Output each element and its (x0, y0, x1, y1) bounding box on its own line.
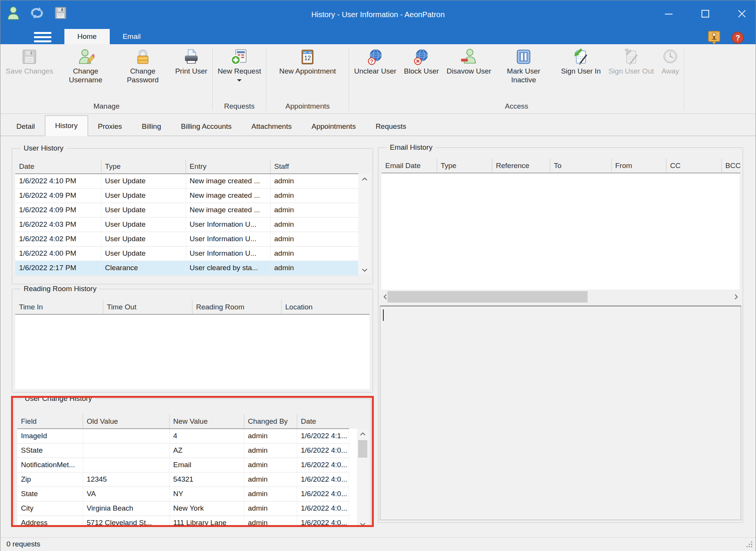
tab-billing[interactable]: Billing (132, 117, 171, 136)
mark-user-inactive-button[interactable]: Mark User Inactive (495, 47, 552, 84)
table-row[interactable]: 1/6/2022 4:03 PMUser UpdateUser Informat… (15, 217, 358, 232)
table-row[interactable]: 1/6/2022 4:09 PMUser UpdateNew image cre… (15, 188, 358, 203)
table-row[interactable]: Address5712 Cleveland St...111 Library L… (17, 516, 349, 527)
column-header[interactable]: Time Out (103, 300, 192, 314)
column-header[interactable]: BCC (721, 159, 740, 173)
table-row[interactable]: CityVirginia BeachNew Yorkadmin1/6/2022 … (17, 501, 349, 516)
table-cell (83, 443, 169, 458)
reading-room-history-table: Time In Time Out Reading Room Location (15, 300, 370, 315)
table-row[interactable]: StateVANYadmin1/6/2022 4:0... (17, 487, 349, 501)
new-request-button[interactable]: New Request (214, 47, 265, 83)
tab-history[interactable]: History (45, 115, 88, 136)
svg-text:?: ? (735, 34, 740, 42)
table-cell: City (17, 501, 83, 516)
table-cell: 111 Library Lane (169, 516, 244, 527)
table-row[interactable]: NotificationMet...Emailadmin1/6/2022 4:0… (17, 458, 349, 472)
disavow-user-button[interactable]: Disavow User (443, 47, 495, 75)
table-cell: New image created ... (186, 188, 270, 203)
column-header[interactable]: Email Date (381, 159, 437, 173)
table-cell: admin (270, 217, 358, 232)
ribbon-button-label: Disavow User (447, 67, 491, 75)
table-row[interactable]: ImageId4admin1/6/2022 4:1... (17, 429, 349, 443)
table-row[interactable]: SStateAZadmin1/6/2022 4:0... (17, 443, 349, 458)
ribbon-tab-email[interactable]: Email (110, 29, 154, 44)
vertical-scrollbar[interactable] (359, 174, 370, 275)
scroll-down-icon[interactable] (357, 519, 368, 527)
change-username-button[interactable]: Change Username (57, 47, 114, 84)
hamburger-menu-button[interactable] (30, 31, 55, 43)
scroll-up-icon[interactable] (359, 174, 370, 184)
column-header[interactable]: Location (281, 300, 370, 314)
table-body-background (381, 173, 740, 290)
column-header[interactable]: Time In (15, 300, 103, 314)
ribbon-button-label: Change Username (61, 67, 111, 84)
table-cell: 1/6/2022 2:17 PM (15, 261, 101, 275)
new-appointment-button[interactable]: 12 New Appointment (275, 47, 340, 75)
sign-user-in-button[interactable]: Sign User In (557, 47, 605, 75)
column-header[interactable]: Date (15, 159, 101, 174)
tab-requests[interactable]: Requests (366, 117, 416, 136)
table-cell: User Update (101, 174, 186, 188)
tab-appointments[interactable]: Appointments (301, 117, 365, 136)
table-cell: admin (244, 516, 297, 527)
column-header[interactable]: Reference (492, 159, 550, 173)
column-header[interactable]: Staff (270, 159, 358, 174)
scrollbar-thumb[interactable] (358, 440, 367, 458)
tab-attachments[interactable]: Attachments (242, 117, 302, 136)
table-row[interactable]: 1/6/2022 4:09 PMUser UpdateNew image cre… (15, 203, 358, 217)
block-user-button[interactable]: Block User (400, 47, 443, 75)
table-row[interactable]: 1/6/2022 2:17 PMClearanceUser cleared by… (15, 261, 358, 275)
ribbon-button-label: New Request (218, 67, 261, 75)
scroll-right-icon[interactable] (730, 290, 741, 303)
column-header[interactable]: Type (437, 159, 492, 173)
scroll-up-icon[interactable] (357, 429, 368, 439)
maximize-button[interactable] (697, 7, 714, 22)
close-button[interactable] (734, 7, 750, 22)
column-header[interactable]: Field (17, 414, 83, 429)
resize-grip-icon[interactable] (745, 540, 753, 550)
print-user-button[interactable]: Print User (171, 47, 211, 75)
scrollbar-thumb[interactable] (388, 291, 588, 303)
table-row[interactable]: 1/6/2022 4:10 PMUser UpdateNew image cre… (15, 174, 358, 188)
table-cell: 1/6/2022 4:0... (297, 516, 349, 527)
vertical-scrollbar[interactable] (357, 429, 368, 527)
table-row[interactable]: Zip1234554321admin1/6/2022 4:0... (17, 472, 349, 487)
page-tab-bar: Detail History Proxies Billing Billing A… (0, 114, 756, 136)
minimize-button[interactable] (660, 7, 677, 22)
ribbon-tab-home[interactable]: Home (64, 29, 110, 44)
ribbon-tab-label: Home (77, 32, 97, 41)
table-row[interactable]: 1/6/2022 4:00 PMUser UpdateUser Informat… (15, 246, 358, 261)
column-header[interactable]: Date (297, 414, 349, 429)
column-header[interactable]: New Value (169, 414, 244, 429)
column-header[interactable]: To (550, 159, 611, 173)
column-header[interactable]: CC (666, 159, 721, 173)
ribbon-button-label: Save Changes (6, 67, 53, 75)
change-password-button[interactable]: Change Password (114, 47, 171, 84)
column-header[interactable]: Old Value (83, 414, 169, 429)
column-header[interactable]: Type (101, 159, 186, 174)
groupbox-legend: User History (21, 144, 67, 152)
tab-label: Billing Accounts (181, 122, 232, 131)
table-cell: Address (17, 516, 83, 527)
unclear-user-button[interactable]: ? Unclear User (350, 47, 400, 75)
table-row[interactable]: 1/6/2022 4:02 PMUser UpdateUser Informat… (15, 232, 358, 246)
tab-detail[interactable]: Detail (6, 117, 45, 136)
column-header[interactable]: Entry (186, 159, 270, 174)
column-header[interactable]: Changed By (244, 414, 297, 429)
email-preview-textarea[interactable] (380, 306, 741, 520)
column-header[interactable]: Reading Room (192, 300, 281, 314)
tab-proxies[interactable]: Proxies (88, 117, 132, 136)
ribbon-button-label: Block User (404, 67, 439, 75)
table-cell: 1/6/2022 4:03 PM (15, 217, 101, 232)
ribbon-separator (684, 48, 684, 111)
tab-label: Detail (16, 122, 35, 131)
ribbon-group-access: ? Unclear User Block User Disavow User (350, 44, 683, 114)
table-cell: AZ (169, 443, 244, 458)
horizontal-scrollbar[interactable] (380, 290, 741, 303)
table-cell: User Information U... (186, 246, 270, 261)
tab-billing-accounts[interactable]: Billing Accounts (171, 117, 242, 136)
scroll-down-icon[interactable] (359, 264, 370, 275)
column-header[interactable]: From (611, 159, 666, 173)
table-cell: SState (17, 443, 83, 458)
help-icon[interactable]: ? (731, 31, 744, 46)
